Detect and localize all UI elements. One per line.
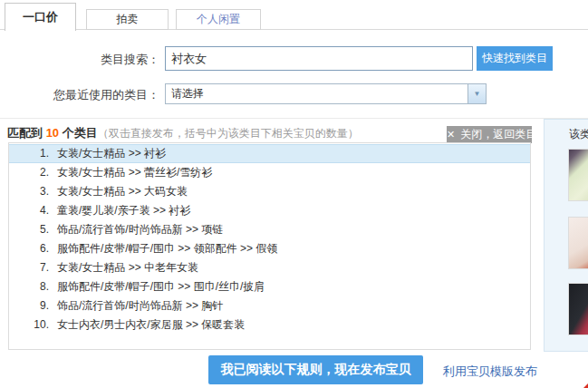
row-number: 10. — [9, 315, 49, 335]
category-row-8[interactable]: 8. 服饰配件/皮带/帽子/围巾 >> 围巾/丝巾/披肩 — [9, 277, 530, 296]
category-row-2[interactable]: 2. 女装/女士精品 >> 蕾丝衫/雪纺衫 — [9, 163, 530, 182]
category-row-3[interactable]: 3. 女装/女士精品 >> 大码女装 — [9, 182, 530, 201]
matched-suffix: 个类目 — [59, 126, 98, 140]
category-row-4[interactable]: 4. 童装/婴儿装/亲子装 >> 衬衫 — [9, 201, 530, 220]
row-number: 3. — [9, 182, 49, 201]
category-path: 女装/女士精品 >> 蕾丝衫/雪纺衫 — [49, 163, 212, 182]
tab-personal-idle[interactable]: 个人闲置 — [176, 9, 261, 30]
category-row-9[interactable]: 9. 饰品/流行首饰/时尚饰品新 >> 胸针 — [9, 296, 530, 315]
row-number: 1. — [9, 145, 49, 162]
tab-fixed-price[interactable]: 一口价 — [5, 3, 76, 31]
close-icon: ✕ — [447, 129, 455, 140]
item-thumbnail-green-shirt[interactable] — [568, 149, 588, 201]
row-number: 5. — [9, 220, 49, 239]
category-path: 饰品/流行首饰/时尚饰品新 >> 项链 — [49, 220, 223, 239]
matched-hint: （双击直接发布，括号中为该类目下相关宝贝的数量） — [98, 127, 359, 140]
tab-bar: 一口价 拍卖 个人闲置 — [0, 0, 588, 30]
category-row-6[interactable]: 6. 服饰配件/皮带/帽子/围巾 >> 领部配件 >> 假领 — [9, 239, 530, 258]
category-path: 女装/女士精品 >> 衬衫 — [49, 145, 166, 162]
row-number: 4. — [9, 201, 49, 220]
category-path: 饰品/流行首饰/时尚饰品新 >> 胸针 — [49, 296, 223, 315]
category-path: 女装/女士精品 >> 中老年女装 — [49, 258, 198, 277]
close-label: 关闭，返回类目 — [460, 128, 536, 141]
quick-find-category-button[interactable]: 快速找到类目 — [477, 46, 553, 71]
category-path: 服饰配件/皮带/帽子/围巾 >> 围巾/丝巾/披肩 — [49, 277, 265, 296]
category-path: 女装/女士精品 >> 大码女装 — [49, 182, 188, 201]
row-number: 8. — [9, 277, 49, 296]
category-row-10[interactable]: 10. 女士内衣/男士内衣/家居服 >> 保暖套装 — [9, 315, 530, 335]
matched-prefix: 匹配到 — [7, 126, 46, 140]
section-divider — [0, 118, 588, 119]
recent-category-label: 您最近使用的类目： — [18, 87, 159, 103]
matched-count: 10 — [46, 126, 59, 140]
row-number: 2. — [9, 163, 49, 182]
category-select-page: { "tabs": [ { "label": "一口价" }, { "label… — [0, 0, 588, 388]
item-thumbnail-pink-garment[interactable] — [568, 217, 588, 269]
category-path: 服饰配件/皮带/帽子/围巾 >> 领部配件 >> 假领 — [49, 239, 277, 258]
category-path: 童装/婴儿装/亲子装 >> 衬衫 — [49, 201, 190, 220]
row-number: 7. — [9, 258, 49, 277]
row-number: 6. — [9, 239, 49, 258]
recent-category-selected-value: 请选择 — [171, 84, 204, 103]
category-search-input[interactable] — [165, 46, 473, 71]
category-row-5[interactable]: 5. 饰品/流行首饰/时尚饰品新 >> 项链 — [9, 220, 530, 239]
category-search-label: 类目搜索： — [36, 52, 159, 68]
category-row-7[interactable]: 7. 女装/女士精品 >> 中老年女装 — [9, 258, 530, 277]
chevron-down-icon[interactable]: ▼ — [468, 84, 486, 103]
clipped-red-promo-corner — [576, 372, 588, 388]
close-return-button[interactable]: ✕关闭，返回类目 — [447, 126, 532, 143]
matched-header: 匹配到 10 个类目（双击直接发布，括号中为该类目下相关宝贝的数量） — [7, 125, 359, 141]
tab-auction[interactable]: 拍卖 — [86, 9, 169, 30]
matched-category-panel: 1. 女装/女士精品 >> 衬衫 2. 女装/女士精品 >> 蕾丝衫/雪纺衫 3… — [8, 142, 531, 350]
publish-item-button[interactable]: 我已阅读以下规则，现在发布宝贝 — [208, 355, 423, 384]
recent-category-select[interactable]: 请选择 ▼ — [165, 83, 487, 104]
side-panel-title: 该类 — [569, 127, 588, 142]
row-number: 9. — [9, 296, 49, 315]
publish-with-template-link[interactable]: 利用宝贝模版发布 — [443, 364, 537, 380]
category-list: 1. 女装/女士精品 >> 衬衫 2. 女装/女士精品 >> 蕾丝衫/雪纺衫 3… — [9, 144, 530, 335]
hot-items-side-panel: 该类 — [544, 119, 588, 352]
category-path: 女士内衣/男士内衣/家居服 >> 保暖套装 — [49, 315, 245, 335]
item-thumbnail-dark-scarf[interactable] — [568, 283, 588, 335]
category-row-1[interactable]: 1. 女装/女士精品 >> 衬衫 — [9, 144, 530, 163]
